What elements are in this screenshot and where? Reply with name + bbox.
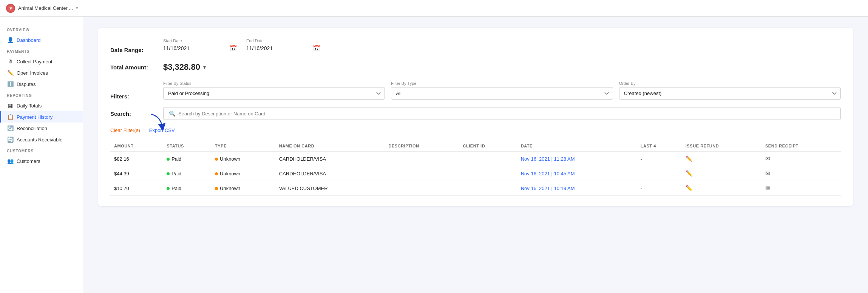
- col-status: STATUS: [163, 141, 211, 152]
- type-dot: [215, 158, 218, 161]
- sidebar-item-accounts-receivable[interactable]: 🔄 Accounts Receivable: [0, 134, 83, 145]
- start-date-input[interactable]: [163, 45, 227, 51]
- cell-status: Paid: [163, 152, 211, 166]
- dashboard-icon: 👤: [7, 37, 14, 43]
- sidebar-customers-label: Customers: [17, 158, 40, 164]
- filters-controls: Filter By Status Paid or Processing All …: [163, 81, 841, 100]
- col-name-on-card: NAME ON CARD: [275, 141, 385, 152]
- sidebar-item-dashboard[interactable]: 👤 Dashboard: [0, 34, 83, 46]
- table-header: AMOUNT STATUS TYPE NAME ON CARD DESCRIPT…: [110, 141, 841, 152]
- sidebar-disputes-label: Disputes: [17, 81, 36, 87]
- send-receipt-button[interactable]: ✉: [765, 185, 770, 192]
- collect-payment-icon: 🖥: [7, 58, 14, 64]
- col-description: DESCRIPTION: [385, 141, 459, 152]
- send-receipt-button[interactable]: ✉: [765, 155, 770, 162]
- topbar-title: Animal Medical Center ...: [18, 5, 73, 11]
- search-input-wrapper: 🔍: [163, 107, 841, 120]
- cell-send-receipt[interactable]: ✉: [761, 152, 841, 166]
- start-date-calendar-icon[interactable]: 📅: [230, 44, 237, 52]
- app-logo: ♥: [6, 4, 15, 13]
- cell-date: Nov 16, 2021 | 10:45 AM: [517, 166, 637, 181]
- cell-issue-refund[interactable]: ✏️: [682, 166, 761, 181]
- cell-issue-refund[interactable]: ✏️: [682, 181, 761, 196]
- filters-row: Filters: Filter By Status Paid or Proces…: [110, 81, 841, 100]
- payment-history-table: AMOUNT STATUS TYPE NAME ON CARD DESCRIPT…: [110, 141, 841, 196]
- col-amount: AMOUNT: [110, 141, 163, 152]
- date-fields: Start Date 📅 End Date 📅: [163, 38, 322, 53]
- order-by-select[interactable]: Created (newest) Created (oldest) Amount…: [619, 87, 841, 100]
- issue-refund-button[interactable]: ✏️: [686, 185, 693, 192]
- cell-type: Unknown: [211, 181, 275, 196]
- total-amount-row: Total Amount: $3,328.80 ▾: [110, 62, 841, 72]
- sidebar-section-customers: CUSTOMERS: [0, 145, 83, 155]
- cell-amount: $10.70: [110, 181, 163, 196]
- total-amount-chevron-icon[interactable]: ▾: [203, 64, 206, 70]
- cell-status: Paid: [163, 181, 211, 196]
- topbar: ♥ Animal Medical Center ... ▾: [0, 0, 868, 17]
- end-date-wrapper: 📅: [246, 44, 322, 53]
- cell-issue-refund[interactable]: ✏️: [682, 152, 761, 166]
- sidebar-item-collect-payment[interactable]: 🖥 Collect Payment: [0, 56, 83, 67]
- sidebar-item-daily-totals[interactable]: ▦ Daily Totals: [0, 100, 83, 111]
- disputes-icon: ℹ️: [7, 81, 14, 87]
- order-by-sublabel: Order By: [619, 81, 841, 86]
- filter-by-status-select[interactable]: Paid or Processing All Paid Processing F…: [163, 87, 385, 100]
- table-row: $82.16 Paid Unknown CARDHOLDER/VISA Nov …: [110, 152, 841, 166]
- cell-last4: -: [637, 152, 682, 166]
- issue-refund-button[interactable]: ✏️: [686, 155, 693, 162]
- main-content: Date Range: Start Date 📅 End Date 📅: [83, 17, 868, 293]
- cell-date: Nov 16, 2021 | 10:19 AM: [517, 181, 637, 196]
- filters-label: Filters:: [110, 93, 163, 100]
- cell-name-on-card: VALUED CUSTOMER: [275, 181, 385, 196]
- cell-description: [385, 152, 459, 166]
- send-receipt-button[interactable]: ✉: [765, 170, 770, 177]
- filter-by-type-select[interactable]: All Credit Debit: [391, 87, 613, 100]
- sidebar-item-payment-history[interactable]: 📋 Payment History: [0, 111, 83, 123]
- sidebar-daily-totals-label: Daily Totals: [17, 103, 42, 109]
- cell-type: Unknown: [211, 166, 275, 181]
- sidebar-section-payments: PAYMENTS: [0, 46, 83, 56]
- order-by-group: Order By Created (newest) Created (oldes…: [619, 81, 841, 100]
- cell-name-on-card: CARDHOLDER/VISA: [275, 152, 385, 166]
- sidebar-payment-history-label: Payment History: [17, 114, 53, 120]
- cell-send-receipt[interactable]: ✉: [761, 166, 841, 181]
- end-date-calendar-icon[interactable]: 📅: [313, 44, 320, 52]
- total-amount-value: $3,328.80: [163, 62, 200, 72]
- clear-filters-link[interactable]: Clear Filter(s): [110, 127, 140, 133]
- sidebar-item-disputes[interactable]: ℹ️ Disputes: [0, 78, 83, 90]
- filter-type-sublabel: Filter By Type: [391, 81, 613, 86]
- sidebar-item-reconciliation[interactable]: 🔄 Reconciliation: [0, 123, 83, 134]
- search-icon: 🔍: [169, 110, 175, 117]
- action-links: Clear Filter(s) Export CSV: [110, 127, 841, 133]
- cell-amount: $44.39: [110, 166, 163, 181]
- issue-refund-button[interactable]: ✏️: [686, 170, 693, 177]
- filter-by-status-group: Filter By Status Paid or Processing All …: [163, 81, 385, 100]
- filter-by-type-group: Filter By Type All Credit Debit: [391, 81, 613, 100]
- col-client-id: CLIENT ID: [459, 141, 517, 152]
- type-dot: [215, 187, 218, 190]
- open-invoices-icon: ✏️: [7, 70, 14, 76]
- col-send-receipt: SEND RECEIPT: [761, 141, 841, 152]
- topbar-chevron-icon[interactable]: ▾: [76, 6, 78, 11]
- cell-client-id: [459, 166, 517, 181]
- status-dot: [167, 158, 170, 161]
- start-date-wrapper: 📅: [163, 44, 239, 53]
- cell-last4: -: [637, 166, 682, 181]
- sidebar-item-open-invoices[interactable]: ✏️ Open Invoices: [0, 67, 83, 78]
- col-date: DATE: [517, 141, 637, 152]
- end-date-sublabel: End Date: [246, 38, 322, 43]
- cell-send-receipt[interactable]: ✉: [761, 181, 841, 196]
- date-range-row: Date Range: Start Date 📅 End Date 📅: [110, 38, 841, 53]
- daily-totals-icon: ▦: [7, 103, 14, 109]
- table-body: $82.16 Paid Unknown CARDHOLDER/VISA Nov …: [110, 152, 841, 196]
- start-date-group: Start Date 📅: [163, 38, 239, 53]
- search-input[interactable]: [178, 111, 835, 117]
- cell-name-on-card: CARDHOLDER/VISA: [275, 166, 385, 181]
- cell-type: Unknown: [211, 152, 275, 166]
- sidebar-item-customers[interactable]: 👥 Customers: [0, 155, 83, 167]
- type-dot: [215, 172, 218, 175]
- table-row: $44.39 Paid Unknown CARDHOLDER/VISA Nov …: [110, 166, 841, 181]
- end-date-input[interactable]: [246, 45, 310, 51]
- cell-description: [385, 181, 459, 196]
- sidebar-reconciliation-label: Reconciliation: [17, 126, 47, 131]
